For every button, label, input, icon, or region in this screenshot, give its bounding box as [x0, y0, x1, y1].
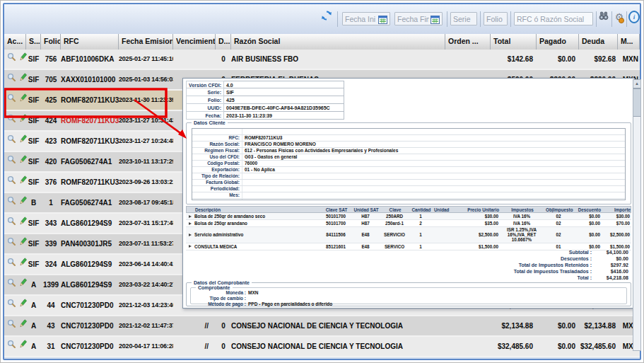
magnifier-icon[interactable] [7, 50, 16, 69]
cell-fecha_emision: 2023-07-31 15:17:48 [119, 214, 173, 233]
column-header-0[interactable]: Ac... [4, 34, 26, 50]
client-row: Periodicidad: [192, 186, 625, 192]
cell-fecha_emision: 2021-12-03 14:23:40 [119, 296, 173, 315]
table-row[interactable]: A31CNC701230PD02020-04-17 11:06:28//0CON… [4, 337, 640, 357]
client-row [192, 129, 625, 135]
cell-rfc: CNC701230PD0 [61, 296, 119, 315]
folio-input[interactable]: Folio [484, 12, 508, 25]
row-actions-cell [4, 296, 26, 315]
column-header-10[interactable]: Pagado [537, 34, 579, 50]
item-column-header-2: Clave SAT [321, 207, 352, 212]
column-header-9[interactable]: Total [491, 34, 537, 50]
scrollbar-up-arrow[interactable]: ▲ [633, 80, 640, 88]
table-row[interactable]: SIF756ABF101006DKA2025-01-27 11:45:100AI… [4, 50, 640, 70]
item-cell-unidad_sat: H87 [351, 214, 380, 219]
magnifier-icon[interactable] [7, 316, 16, 335]
magnifier-icon[interactable] [7, 91, 16, 110]
item-row: Bolsa de 250gr arandano50101700H87250ard… [186, 220, 631, 227]
magnifier-icon[interactable] [7, 152, 16, 171]
fecha-fin-input[interactable]: Fecha Fin [394, 12, 443, 25]
client-field-value [242, 173, 625, 179]
toolbar: Fecha Ini Fecha Fin Serie Folio RFC ó Ra… [4, 4, 640, 35]
magnifier-icon[interactable] [7, 275, 16, 294]
magnifier-icon[interactable] [7, 234, 16, 253]
client-row: Exportación:01 - No Aplica [192, 167, 625, 173]
item-cell-precio: $2,500.00 [462, 232, 500, 237]
column-header-11[interactable]: Deuda [579, 34, 618, 50]
vertical-scrollbar[interactable]: ▲ [633, 79, 641, 351]
client-row: Mes: [192, 192, 625, 199]
toolbar-separator [337, 11, 338, 27]
expander-triangle-icon[interactable] [189, 222, 192, 225]
magnifier-icon[interactable] [7, 132, 16, 151]
rfc-razon-social-input[interactable]: RFC ó Razón Social [514, 12, 593, 25]
totals-value: $0.00 [592, 255, 628, 262]
magnifier-icon[interactable] [7, 173, 16, 192]
cfdi-info-row: Serie:SIF [186, 88, 344, 96]
export-settings-button[interactable]: ⚙ [614, 11, 625, 23]
column-header-2[interactable]: Folio [41, 34, 61, 50]
item-cell-impuestos: IVA 16% [500, 214, 544, 219]
magnifier-icon[interactable] [7, 111, 16, 130]
calendar-icon[interactable] [431, 14, 440, 23]
cell-rfc: ABF101006DKA [61, 50, 119, 69]
cell-deuda: $32,485.60 [579, 337, 618, 356]
cell-fecha_emision: 2025-01-03 14:56:03 [119, 70, 173, 89]
search-button[interactable] [598, 11, 609, 23]
column-header-6[interactable]: D... [216, 34, 231, 50]
serie-input[interactable]: Serie [450, 12, 477, 25]
cell-folio: 1399 [41, 275, 61, 294]
cfdi-info-value: 425 [224, 96, 344, 104]
toolbar-separator [447, 11, 447, 27]
comprobante-value: MXN [248, 290, 258, 296]
magnifier-icon[interactable] [7, 70, 16, 89]
fecha-ini-input[interactable]: Fecha Ini [342, 12, 390, 25]
cell-d: 0 [216, 337, 231, 356]
client-field-label: Tipo de Relación: [192, 173, 242, 179]
cell-orden [445, 337, 491, 356]
cell-rfc: ALG8601294S9 [61, 275, 119, 294]
cell-serie: A [26, 296, 41, 315]
cell-serie: A [26, 316, 41, 335]
item-cell-impuestos: IVA 16% [500, 221, 544, 226]
refresh-button[interactable] [321, 11, 332, 23]
cell-d: 0 [216, 316, 231, 335]
magnifier-icon[interactable] [7, 255, 16, 274]
cell-orden [445, 50, 491, 69]
column-header-12[interactable]: M... [618, 34, 640, 50]
expander-triangle-icon[interactable] [189, 245, 192, 248]
scrollbar-thumb[interactable] [633, 88, 640, 117]
item-cell-precio: $1,500.00 [462, 244, 500, 249]
cell-serie: SIF [26, 173, 41, 192]
column-header-5[interactable]: Vencimiento [173, 34, 216, 50]
row-actions-cell [4, 234, 26, 253]
row-actions-cell [4, 275, 26, 294]
calendar-icon[interactable] [378, 14, 387, 23]
magnifier-icon[interactable] [7, 214, 16, 233]
magnifier-icon[interactable] [7, 296, 16, 315]
column-header-7[interactable]: Razón Social [231, 34, 445, 50]
column-header-1[interactable]: S... [26, 34, 41, 50]
table-row[interactable]: A43CNC701230PD02021-12-02 11:47:37//0CON… [4, 316, 640, 337]
cell-fecha_emision: 2023-03-22 14:40:27 [119, 275, 173, 294]
expander-triangle-icon[interactable] [189, 234, 192, 236]
client-row: Razón Social:FRANCISCO ROMERO MORENO [192, 142, 625, 148]
comprobante-row: Moneda :MXN [191, 290, 626, 296]
item-cell-descuento: $0.00 [573, 244, 602, 249]
info-button[interactable]: i [628, 11, 640, 23]
comprobante-legend: Comprobante [196, 285, 233, 290]
column-header-8[interactable]: Orden ... [445, 34, 491, 50]
toolbar-separator [510, 11, 511, 27]
cfdi-info-value: 0049E7EB-DFEC-40FC-AF84-9A821D35965C [224, 104, 344, 112]
column-header-4[interactable]: Fecha Emision [119, 34, 173, 50]
rfc-razon-social-placeholder: RFC ó Razón Social [517, 15, 590, 23]
client-field-label: Razón Social: [192, 142, 242, 147]
row-actions-cell [4, 91, 26, 110]
cell-rfc: ROMF820711KU3 [61, 173, 119, 192]
magnifier-icon[interactable] [7, 337, 16, 356]
datos-cliente-fieldset: Datos Cliente RFC:ROMF820711KU3Razón Soc… [186, 122, 631, 204]
expander-triangle-icon[interactable] [189, 215, 192, 218]
magnifier-icon[interactable] [7, 193, 16, 212]
column-header-3[interactable]: RFC [61, 34, 119, 50]
item-cell-importe: $1,500.00 [602, 244, 631, 249]
